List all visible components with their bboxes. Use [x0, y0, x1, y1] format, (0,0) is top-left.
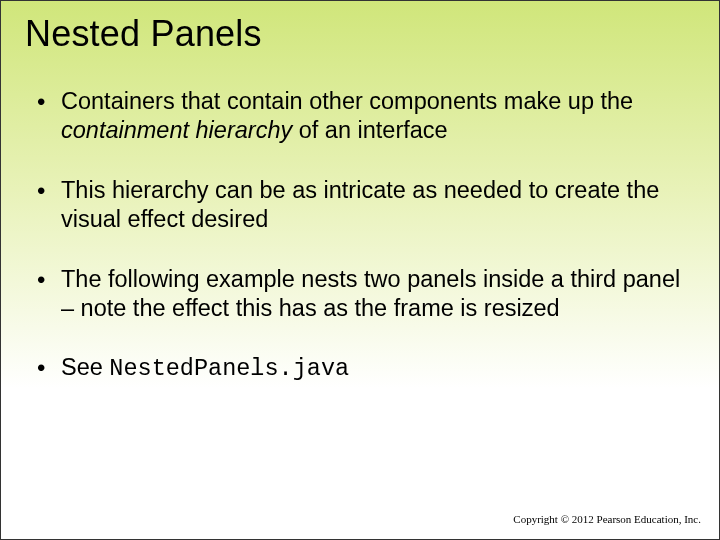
bullet-text: Containers that contain other components…	[61, 88, 633, 114]
slide: Nested Panels Containers that contain ot…	[1, 1, 719, 384]
bullet-list: Containers that contain other components…	[25, 87, 695, 384]
bullet-item: This hierarchy can be as intricate as ne…	[33, 176, 695, 235]
bullet-text: This hierarchy can be as intricate as ne…	[61, 177, 659, 232]
bullet-text-code: NestedPanels.java	[109, 355, 349, 382]
bullet-item: Containers that contain other components…	[33, 87, 695, 146]
bullet-item: See NestedPanels.java	[33, 353, 695, 383]
bullet-text: The following example nests two panels i…	[61, 266, 680, 321]
slide-title: Nested Panels	[25, 13, 695, 55]
bullet-text-emphasis: containment hierarchy	[61, 117, 292, 143]
copyright-footer: Copyright © 2012 Pearson Education, Inc.	[513, 513, 701, 525]
bullet-text: of an interface	[292, 117, 447, 143]
bullet-item: The following example nests two panels i…	[33, 265, 695, 324]
bullet-text: See	[61, 354, 109, 380]
